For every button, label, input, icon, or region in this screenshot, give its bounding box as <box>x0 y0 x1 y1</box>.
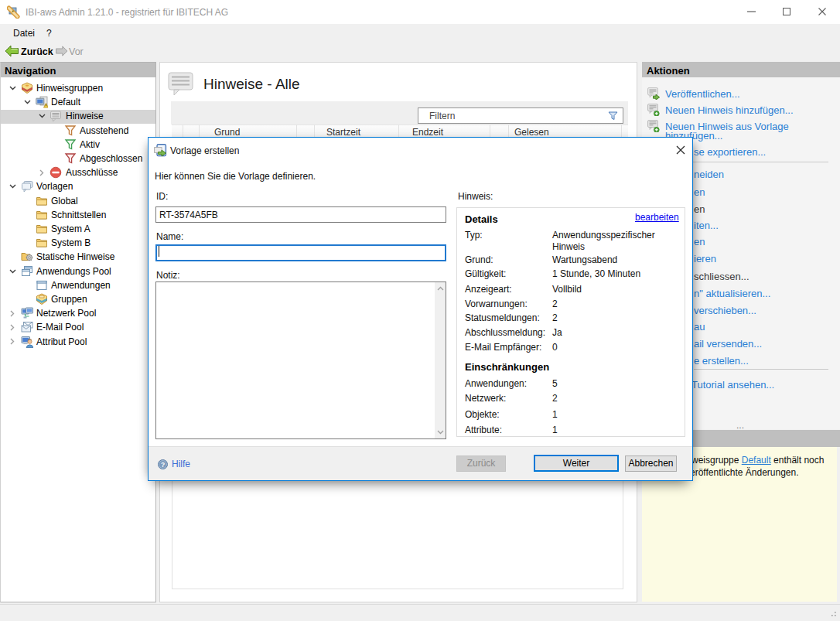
svg-text:?: ? <box>161 461 165 469</box>
